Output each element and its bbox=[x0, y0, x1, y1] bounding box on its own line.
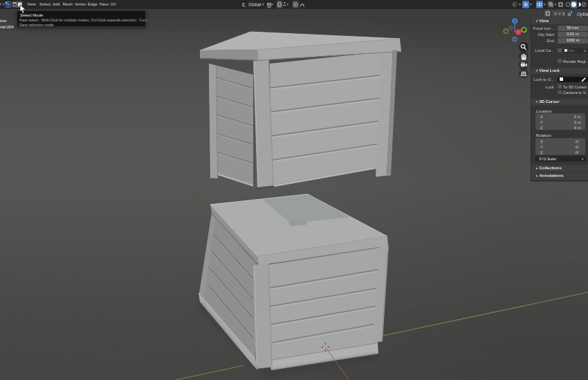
svg-text:X: X bbox=[554, 12, 557, 16]
svg-text:Global: Global bbox=[248, 2, 261, 7]
svg-text:Options: Options bbox=[577, 12, 588, 17]
svg-text:Z: Z bbox=[562, 12, 565, 16]
svg-text:Z: Z bbox=[513, 19, 516, 23]
svg-text:Y: Y bbox=[558, 12, 561, 16]
